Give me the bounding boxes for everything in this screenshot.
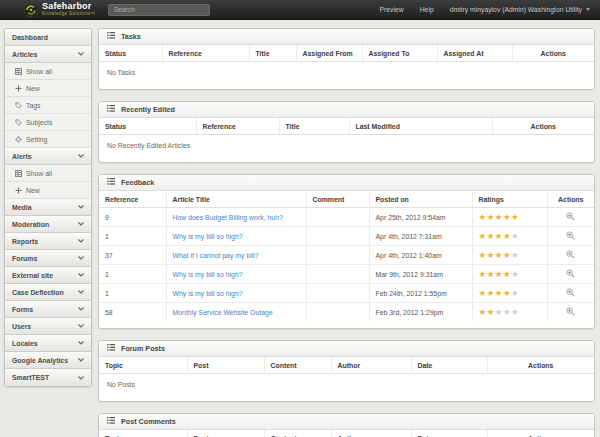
sidebar-item-forms[interactable]: Forms xyxy=(5,301,91,318)
article-title-link[interactable]: Monthly Service Website Outage xyxy=(173,309,273,316)
sidebar-item-label: Locales xyxy=(12,340,38,347)
chevron-down-icon xyxy=(78,52,84,56)
swirl-logo-icon xyxy=(24,3,38,17)
column-header: Post xyxy=(187,357,264,374)
tag-icon xyxy=(14,119,22,126)
sidebar-item-alerts-show-all[interactable]: Show all xyxy=(5,165,91,182)
preview-link[interactable]: Preview xyxy=(380,6,404,13)
sidebar-item-label: Show all xyxy=(26,170,52,177)
chevron-down-icon xyxy=(78,324,84,328)
sidebar-item-label: Reports xyxy=(12,238,38,245)
sidebar-item-articles-new[interactable]: New xyxy=(5,80,91,97)
column-header: Actions xyxy=(487,430,594,437)
sidebar-item-articles-show-all[interactable]: Show all xyxy=(5,63,91,80)
panel-footer-spacer xyxy=(99,321,594,328)
top-header: Safeharbor Knowledge Solutions™ Preview … xyxy=(0,0,600,20)
zoom-in-icon[interactable] xyxy=(566,288,575,297)
column-header: Article Title xyxy=(166,191,306,208)
sidebar-item-users[interactable]: Users xyxy=(5,318,91,335)
sidebar-item-case-deflection[interactable]: Case Deflection xyxy=(5,284,91,301)
column-header: Author xyxy=(331,430,411,437)
column-header: Reference xyxy=(196,118,279,135)
top-nav: Preview Help dmitry minyaylov (Admin) Wa… xyxy=(380,6,591,13)
recently-edited-panel: Recently Edited Status Reference Title L… xyxy=(98,101,595,163)
article-title-link[interactable]: What if I cannot pay my bill? xyxy=(173,252,259,259)
chevron-down-icon xyxy=(78,273,84,277)
sidebar-item-dashboard[interactable]: Dashboard xyxy=(5,29,91,46)
rating-stars: ★★★★★ xyxy=(479,307,520,317)
rating-stars: ★★★★★ xyxy=(479,250,520,260)
tasks-panel: Tasks Status Reference Title Assigned Fr… xyxy=(98,28,595,90)
zoom-in-icon[interactable] xyxy=(566,250,575,259)
user-menu[interactable]: dmitry minyaylov (Admin) Washington Util… xyxy=(450,6,590,13)
empty-state: No Posts xyxy=(99,374,594,401)
empty-state: No Tasks xyxy=(99,62,594,89)
column-header: Content xyxy=(264,357,331,374)
sidebar-item-articles-setting[interactable]: Setting xyxy=(5,131,91,148)
sidebar-item-media[interactable]: Media xyxy=(5,199,91,216)
sidebar-item-label: Case Deflection xyxy=(12,289,64,296)
forum-posts-table: Topic Post Content Author Date Actions xyxy=(99,357,594,374)
column-header: Date xyxy=(411,430,487,437)
column-header: Actions xyxy=(492,118,594,135)
column-header: Actions xyxy=(487,357,594,374)
sidebar-item-articles[interactable]: Articles xyxy=(5,46,91,63)
posted-on-cell: Apr 4th, 2012 7:31am xyxy=(369,227,472,246)
column-header: Posted on xyxy=(369,191,472,208)
article-title-link[interactable]: Why is my bill so high? xyxy=(173,290,243,297)
sidebar-item-external-site[interactable]: External site xyxy=(5,267,91,284)
user-menu-label: dmitry minyaylov (Admin) Washington Util… xyxy=(450,6,582,13)
reference-cell: 37 xyxy=(99,246,166,265)
reference-cell: 1 xyxy=(99,265,166,284)
sidebar-item-label: External site xyxy=(12,272,53,279)
sidebar-item-forums[interactable]: Forums xyxy=(5,250,91,267)
reference-cell: 1 xyxy=(99,284,166,303)
zoom-in-icon[interactable] xyxy=(566,269,575,278)
search-input[interactable] xyxy=(108,4,210,16)
feedback-panel: Feedback Reference Article Title Comment… xyxy=(98,174,595,329)
column-header: Topic xyxy=(99,430,187,437)
sidebar-item-label: Show all xyxy=(26,68,52,75)
chevron-down-icon xyxy=(78,239,84,243)
brand: Safeharbor Knowledge Solutions™ xyxy=(24,2,96,17)
sidebar-item-label: Forms xyxy=(12,306,33,313)
grid-icon xyxy=(14,68,22,75)
sidebar-item-label: Subjects xyxy=(26,119,52,126)
comment-cell xyxy=(306,303,369,322)
sidebar-item-smarttest[interactable]: SmartTEST xyxy=(5,369,91,386)
comment-cell xyxy=(306,208,369,227)
sidebar-item-locales[interactable]: Locales xyxy=(5,335,91,352)
panel-title: Post Comments xyxy=(121,417,176,426)
feedback-table: Reference Article Title Comment Posted o… xyxy=(99,191,594,321)
column-header: Status xyxy=(99,118,196,135)
article-title-link[interactable]: Why is my bill so high? xyxy=(173,233,243,240)
rating-stars: ★★★★★ xyxy=(479,288,520,298)
column-header: Reference xyxy=(99,191,166,208)
recently-edited-table: Status Reference Title Last Modified Act… xyxy=(99,118,594,135)
feedback-panel-header: Feedback xyxy=(99,175,594,191)
sidebar-item-alerts[interactable]: Alerts xyxy=(5,148,91,165)
article-title-link[interactable]: Why is my bill so high? xyxy=(173,271,243,278)
chevron-down-icon xyxy=(78,358,84,362)
table-row: 37 What if I cannot pay my bill? Apr 4th… xyxy=(99,246,594,265)
sidebar-item-alerts-new[interactable]: New xyxy=(5,182,91,199)
sidebar-item-reports[interactable]: Reports xyxy=(5,233,91,250)
article-title-link[interactable]: How does Budget Billing work, huh? xyxy=(173,214,283,221)
sidebar-item-articles-tags[interactable]: Tags xyxy=(5,97,91,114)
sidebar: Dashboard Articles Show all New Tags Sub… xyxy=(4,28,92,387)
zoom-in-icon[interactable] xyxy=(566,212,575,221)
posted-on-cell: Apr 25th, 2012 9:54am xyxy=(369,208,472,227)
chevron-down-icon xyxy=(78,222,84,226)
sidebar-item-google-analytics[interactable]: Google Analytics xyxy=(5,352,91,369)
sidebar-item-articles-subjects[interactable]: Subjects xyxy=(5,114,91,131)
table-row: 1 Why is my bill so high? Mar 9th, 2012 … xyxy=(99,265,594,284)
comment-cell xyxy=(306,265,369,284)
zoom-in-icon[interactable] xyxy=(566,231,575,240)
sidebar-item-moderation[interactable]: Moderation xyxy=(5,216,91,233)
column-header: Title xyxy=(249,45,296,62)
reference-cell: 58 xyxy=(99,303,166,322)
column-header: Content xyxy=(264,430,331,437)
zoom-in-icon[interactable] xyxy=(566,307,575,316)
posted-on-cell: Feb 24th, 2012 1:55pm xyxy=(369,284,472,303)
help-link[interactable]: Help xyxy=(420,6,434,13)
